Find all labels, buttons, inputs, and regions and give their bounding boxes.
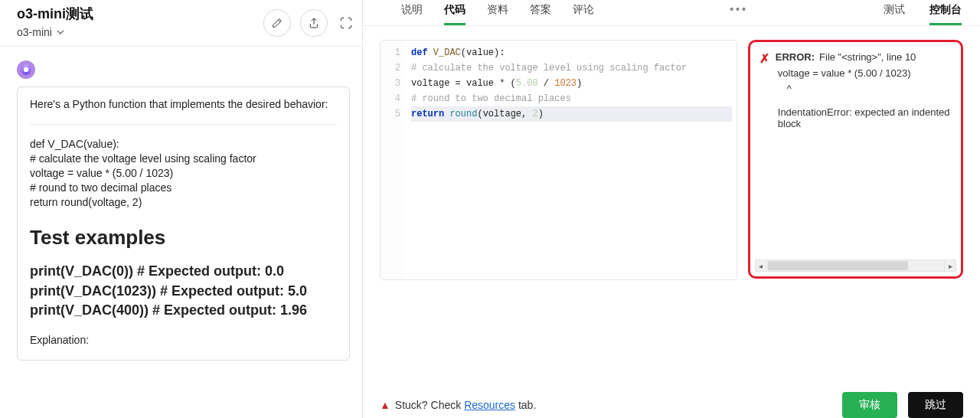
code-line-2[interactable]: # calculate the voltage level using scal… <box>411 60 732 76</box>
skip-button[interactable]: 跳过 <box>908 392 963 418</box>
editor-content[interactable]: def V_DAC(value):# calculate the voltage… <box>403 41 737 279</box>
assistant-response-card: Here's a Python function that implements… <box>17 87 350 361</box>
tab-4[interactable]: 评论 <box>573 3 594 23</box>
left-header: o3-mini测试 o3-mini ⛶ <box>0 0 362 47</box>
assistant-avatar <box>17 60 35 79</box>
edit-button[interactable] <box>263 9 291 37</box>
code-line-3[interactable]: voltage = value * (5.00 / 1023) <box>411 76 732 91</box>
chevron-down-icon <box>57 28 64 36</box>
review-button[interactable]: 审核 <box>842 392 897 418</box>
tab-0[interactable]: 说明 <box>401 3 423 23</box>
error-location: File "<string>", line 10 <box>819 51 916 66</box>
scroll-thumb[interactable] <box>768 261 908 270</box>
error-x-icon: ✗ <box>760 51 769 66</box>
code-line-5[interactable]: return round(voltage, 2) <box>411 106 732 122</box>
error-caret: ^ <box>760 81 952 96</box>
scroll-left-icon[interactable]: ◂ <box>756 260 767 271</box>
test-examples-heading: Test examples <box>30 226 337 250</box>
share-button[interactable] <box>300 9 328 37</box>
resources-link[interactable]: Resources <box>464 399 515 411</box>
console-h-scrollbar[interactable]: ◂ ▸ <box>755 260 956 272</box>
share-icon <box>308 17 320 29</box>
response-code: def V_DAC(value): # calculate the voltag… <box>30 137 337 209</box>
error-message: IndentationError: expected an indented b… <box>760 106 952 129</box>
tab-3[interactable]: 答案 <box>530 3 551 23</box>
tabs-left: 说明代码资料答案评论 <box>401 3 594 25</box>
scroll-right-icon[interactable]: ▸ <box>944 260 956 271</box>
tab-2[interactable]: 资料 <box>487 3 508 23</box>
response-more: Explanation: <box>30 334 337 346</box>
warning-icon: ▲ <box>380 399 390 411</box>
response-intro: Here's a Python function that implements… <box>30 98 337 110</box>
fullscreen-button[interactable]: ⛶ <box>340 9 350 37</box>
pencil-icon <box>271 17 283 29</box>
console-panel: ✗ ERROR: File "<string>", line 10 voltag… <box>748 40 963 279</box>
error-label: ERROR: <box>776 51 815 66</box>
tabs-row: 说明代码资料答案评论 ••• 测试控制台 <box>363 0 980 26</box>
error-source-line: voltage = value * (5.00 / 1023) <box>760 66 952 81</box>
header-actions: ⛶ <box>263 9 350 37</box>
test-examples: print(V_DAC(0)) # Expected output: 0.0 p… <box>30 262 337 320</box>
page-subtitle[interactable]: o3-mini <box>17 26 93 38</box>
tabs-right: 测试控制台 <box>884 3 962 25</box>
left-pane: o3-mini测试 o3-mini ⛶ Here's a Python func… <box>0 0 363 418</box>
editor-gutter: 12345 <box>381 41 403 279</box>
tab-1[interactable]: 代码 <box>444 3 466 25</box>
code-line-4[interactable]: # round to two decimal places <box>411 91 732 106</box>
stuck-hint: ▲ Stuck? Check Resources tab. <box>380 399 536 411</box>
code-editor[interactable]: 12345 def V_DAC(value):# calculate the v… <box>380 40 737 280</box>
page-title: o3-mini测试 <box>17 5 93 23</box>
right-pane: 说明代码资料答案评论 ••• 测试控制台 12345 def V_DAC(val… <box>363 0 980 418</box>
tab-right-0[interactable]: 测试 <box>884 3 905 23</box>
code-line-1[interactable]: def V_DAC(value): <box>411 45 732 60</box>
tab-right-1[interactable]: 控制台 <box>929 3 962 25</box>
tabs-more-button[interactable]: ••• <box>730 3 748 21</box>
